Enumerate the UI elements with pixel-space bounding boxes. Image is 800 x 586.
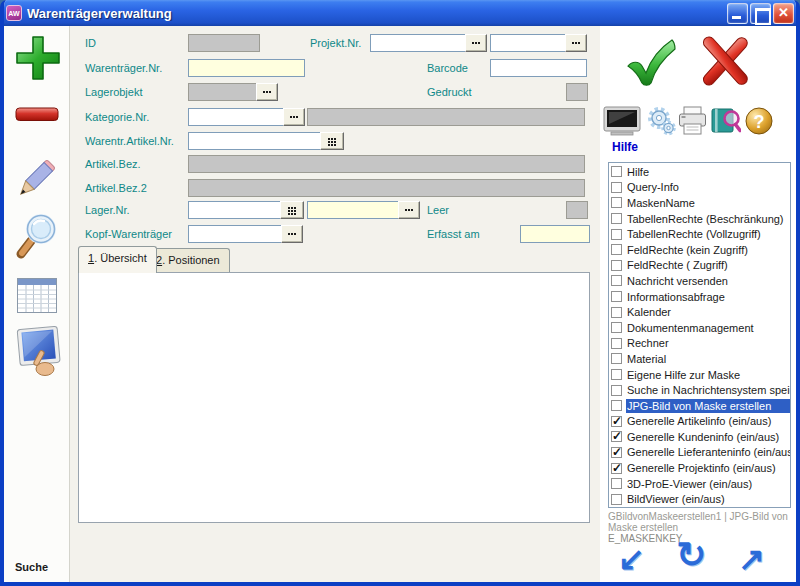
- ellipsis-icon: [405, 209, 407, 211]
- minimize-button[interactable]: [727, 3, 748, 24]
- checkbox[interactable]: [611, 369, 622, 380]
- hilfe-option[interactable]: Material: [609, 351, 790, 367]
- kopf-warentraeger-lookup-button[interactable]: [281, 225, 303, 243]
- checkbox[interactable]: [611, 463, 622, 474]
- projekt-nr-lookup-button-1[interactable]: [465, 34, 487, 52]
- app-window: AW Warenträgerverwaltung: [0, 0, 800, 586]
- svg-text:?: ?: [754, 112, 765, 132]
- arrow-forward-icon[interactable]: ↗: [738, 542, 765, 576]
- artikel-bez-field[interactable]: [188, 155, 585, 173]
- projekt-nr-lookup-button-2[interactable]: [565, 34, 587, 52]
- table-icon[interactable]: [17, 278, 57, 317]
- tab-positionen[interactable]: 2. Positionen: [146, 248, 230, 272]
- confirm-button[interactable]: [622, 36, 678, 92]
- lager-nr-grid-button[interactable]: [280, 201, 304, 219]
- erfasst-am-label: Erfasst am: [427, 228, 480, 240]
- monitor-hand-glyph: [12, 326, 64, 378]
- question-glyph: ?: [745, 107, 773, 135]
- hilfe-option[interactable]: Eigene Hilfe zur Maske: [609, 367, 790, 383]
- hilfe-option[interactable]: Generelle Projektinfo (ein/aus): [609, 460, 790, 476]
- checkbox[interactable]: [611, 416, 622, 427]
- hilfe-option[interactable]: Kalender: [609, 304, 790, 320]
- tab-uebersicht[interactable]: 1. Übersicht: [78, 246, 157, 273]
- hilfe-option[interactable]: Generelle Lieferanteninfo (ein/aus): [609, 445, 790, 461]
- option-label: Rechner: [626, 336, 790, 350]
- touch-screen-icon[interactable]: [12, 326, 64, 382]
- option-label: TabellenRechte (Vollzugriff): [626, 227, 790, 241]
- hilfe-option[interactable]: JPG-Bild von Maske erstellen: [609, 398, 790, 414]
- hilfe-option[interactable]: FeldRechte (kein Zugriff): [609, 242, 790, 258]
- maximize-button[interactable]: [750, 3, 771, 24]
- hilfe-option[interactable]: TabellenRechte (Beschränkung): [609, 211, 790, 227]
- checkbox[interactable]: [611, 322, 622, 333]
- add-icon[interactable]: [14, 34, 62, 86]
- artikel-bez2-field[interactable]: [188, 179, 585, 197]
- checkbox[interactable]: [611, 260, 622, 271]
- option-label: Hilfe: [626, 165, 790, 179]
- edit-icon[interactable]: [14, 154, 60, 206]
- screenshot-icon[interactable]: [603, 106, 641, 140]
- hilfe-option[interactable]: 3D-ProE-Viewer (ein/aus): [609, 476, 790, 492]
- hilfe-option[interactable]: Nachricht versenden: [609, 273, 790, 289]
- sidebar: Suche: [4, 26, 70, 582]
- search-icon[interactable]: [15, 214, 59, 264]
- warentraeger-nr-field[interactable]: [188, 59, 305, 77]
- option-label: FeldRechte (kein Zugriff): [626, 243, 790, 257]
- checkbox[interactable]: [611, 400, 622, 411]
- erfasst-am-field[interactable]: [520, 225, 590, 243]
- refresh-icon[interactable]: ↻: [676, 538, 706, 572]
- remove-icon[interactable]: [15, 107, 59, 126]
- checkbox[interactable]: [611, 244, 622, 255]
- checkbox[interactable]: [611, 182, 622, 193]
- hilfe-option[interactable]: Query-Info: [609, 180, 790, 196]
- uebersicht-panel[interactable]: [78, 272, 590, 523]
- checkbox[interactable]: [611, 166, 622, 177]
- checkbox[interactable]: [611, 385, 622, 396]
- checkbox[interactable]: [611, 213, 622, 224]
- hilfe-option[interactable]: MaskenName: [609, 195, 790, 211]
- kategorie-nr-lookup-button[interactable]: [283, 108, 305, 126]
- cancel-button[interactable]: [696, 34, 754, 92]
- id-field[interactable]: [188, 34, 260, 52]
- lager-lookup-button[interactable]: [398, 201, 420, 219]
- gedruckt-indicator[interactable]: [566, 83, 588, 101]
- checkbox[interactable]: [611, 478, 622, 489]
- leer-indicator[interactable]: [566, 201, 588, 219]
- checkbox[interactable]: [611, 447, 622, 458]
- hilfe-option[interactable]: Generelle Kundeninfo (ein/aus): [609, 429, 790, 445]
- hilfe-option[interactable]: FeldRechte ( Zugriff): [609, 258, 790, 274]
- warentr-artikel-nr-grid-button[interactable]: [320, 132, 344, 150]
- checkbox[interactable]: [611, 197, 622, 208]
- checkbox[interactable]: [611, 353, 622, 364]
- hilfe-option[interactable]: Hilfe: [609, 164, 790, 180]
- kategorie-name-field[interactable]: [307, 108, 585, 126]
- checkbox[interactable]: [611, 291, 622, 302]
- close-button[interactable]: [773, 3, 794, 24]
- hilfe-option[interactable]: Dokumentenmanagement: [609, 320, 790, 336]
- printer-glyph: [678, 106, 707, 136]
- barcode-field[interactable]: [490, 59, 587, 77]
- titlebar[interactable]: AW Warenträgerverwaltung: [0, 0, 800, 26]
- hilfe-option[interactable]: Suche in Nachrichtensystem speich: [609, 382, 790, 398]
- checkbox[interactable]: [611, 494, 622, 505]
- checkbox[interactable]: [611, 338, 622, 349]
- checkbox[interactable]: [611, 307, 622, 318]
- printer-icon[interactable]: [678, 106, 707, 140]
- hilfe-option[interactable]: Rechner: [609, 336, 790, 352]
- hilfe-listbox[interactable]: Hilfe Query-Info MaskenName TabellenRech…: [608, 162, 791, 508]
- ellipsis-icon: [290, 116, 292, 118]
- grid-dots-icon: [328, 138, 330, 140]
- gears-icon[interactable]: [647, 106, 676, 140]
- checkbox[interactable]: [611, 229, 622, 240]
- checkbox[interactable]: [611, 431, 622, 442]
- lagerobjekt-lookup-button[interactable]: [256, 83, 278, 101]
- hilfe-option[interactable]: BildViewer (ein/aus): [609, 491, 790, 507]
- hilfe-option[interactable]: TabellenRechte (Vollzugriff): [609, 226, 790, 242]
- checkbox[interactable]: [611, 275, 622, 286]
- monitor-glyph: [603, 106, 641, 136]
- arrow-back-icon[interactable]: ↙: [618, 542, 645, 576]
- help-icon[interactable]: ?: [745, 107, 773, 139]
- hilfe-option[interactable]: Informationsabfrage: [609, 289, 790, 305]
- document-search-icon[interactable]: [710, 105, 741, 140]
- hilfe-option[interactable]: Generelle Artikelinfo (ein/aus): [609, 414, 790, 430]
